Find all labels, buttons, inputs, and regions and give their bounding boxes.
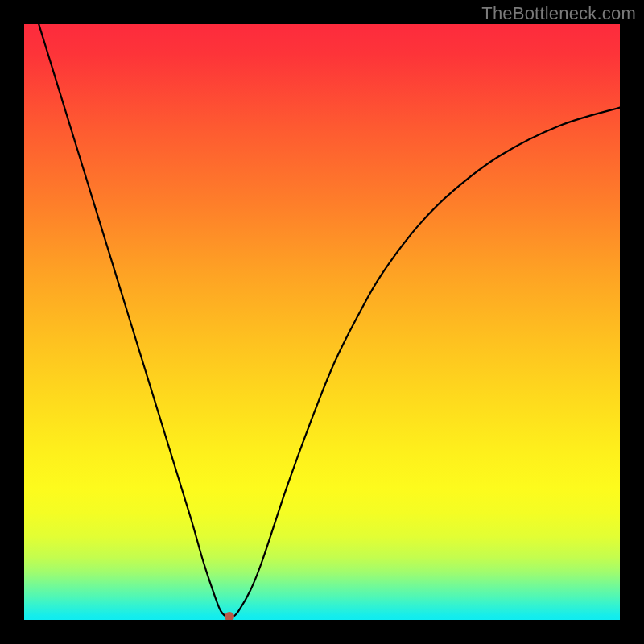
optimum-marker <box>225 612 234 620</box>
bottleneck-curve <box>24 24 620 620</box>
watermark-text: TheBottleneck.com <box>481 3 636 24</box>
plot-area <box>24 24 620 620</box>
chart-frame: TheBottleneck.com <box>0 0 644 644</box>
